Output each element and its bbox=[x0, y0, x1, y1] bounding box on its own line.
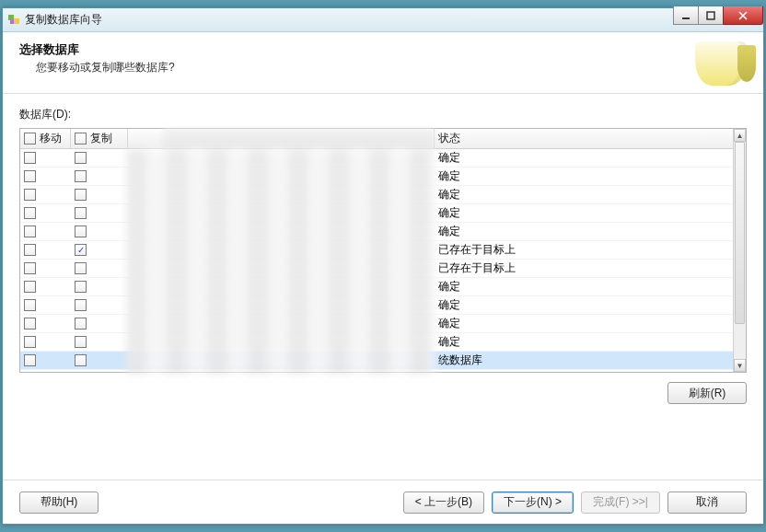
finish-button: 完成(F) >>| bbox=[581, 492, 660, 514]
move-checkbox[interactable] bbox=[24, 299, 36, 311]
svg-rect-1 bbox=[14, 18, 19, 24]
titlebar[interactable]: 复制数据库向导 bbox=[3, 8, 763, 32]
move-checkbox[interactable] bbox=[24, 189, 36, 201]
scroll-up-button[interactable]: ▲ bbox=[734, 129, 746, 142]
header-checkbox-copy[interactable] bbox=[75, 133, 87, 145]
copy-checkbox[interactable] bbox=[75, 226, 87, 237]
column-label: 移动 bbox=[40, 131, 62, 146]
wizard-banner-icon bbox=[695, 41, 747, 86]
content-area: 数据库(D): 移动 复制 状态 确定确定确定确定确定已存在于目标上已存在于目标… bbox=[3, 94, 763, 411]
copy-checkbox[interactable] bbox=[75, 281, 87, 293]
status-text: 确定 bbox=[438, 168, 460, 184]
column-header-copy[interactable]: 复制 bbox=[71, 129, 128, 148]
databases-label: 数据库(D): bbox=[19, 107, 747, 122]
move-checkbox[interactable] bbox=[24, 207, 36, 219]
scroll-down-button[interactable]: ▼ bbox=[734, 359, 746, 372]
copy-checkbox[interactable] bbox=[75, 336, 87, 348]
app-icon bbox=[6, 13, 21, 28]
wizard-footer: 帮助(H) < 上一步(B) 下一步(N) > 完成(F) >>| 取消 bbox=[3, 480, 763, 524]
redacted-header bbox=[163, 129, 435, 149]
move-checkbox[interactable] bbox=[24, 354, 36, 366]
minimize-button[interactable] bbox=[673, 6, 699, 25]
copy-checkbox[interactable] bbox=[75, 189, 87, 201]
copy-checkbox[interactable] bbox=[75, 318, 87, 330]
column-header-status[interactable]: 状态 bbox=[435, 129, 733, 148]
column-header-move[interactable]: 移动 bbox=[20, 129, 71, 148]
status-text: 确定 bbox=[438, 297, 460, 313]
copy-checkbox[interactable] bbox=[75, 299, 87, 311]
maximize-button[interactable] bbox=[698, 6, 724, 25]
move-checkbox[interactable] bbox=[24, 152, 36, 164]
move-checkbox[interactable] bbox=[24, 281, 36, 293]
copy-checkbox[interactable] bbox=[75, 152, 87, 164]
status-text: 确定 bbox=[438, 150, 460, 166]
redacted-region bbox=[126, 149, 435, 374]
cancel-button[interactable]: 取消 bbox=[667, 492, 747, 514]
status-text: 确定 bbox=[438, 334, 460, 350]
close-button[interactable] bbox=[723, 6, 763, 25]
copy-checkbox[interactable] bbox=[75, 244, 87, 256]
copy-checkbox[interactable] bbox=[75, 262, 87, 274]
move-checkbox[interactable] bbox=[24, 336, 36, 348]
status-text: 统数据库 bbox=[438, 353, 482, 368]
svg-rect-3 bbox=[682, 17, 690, 19]
back-button[interactable]: < 上一步(B) bbox=[403, 492, 484, 514]
move-checkbox[interactable] bbox=[24, 244, 36, 256]
column-label: 复制 bbox=[90, 131, 112, 146]
next-button[interactable]: 下一步(N) > bbox=[492, 492, 574, 514]
svg-rect-4 bbox=[707, 12, 714, 19]
status-text: 确定 bbox=[438, 224, 460, 239]
status-text: 已存在于目标上 bbox=[438, 260, 516, 276]
window-controls bbox=[674, 6, 763, 25]
move-checkbox[interactable] bbox=[24, 170, 36, 182]
wizard-header: 选择数据库 您要移动或复制哪些数据库? bbox=[3, 32, 763, 94]
copy-checkbox[interactable] bbox=[75, 170, 87, 182]
copy-checkbox[interactable] bbox=[75, 207, 87, 219]
status-text: 确定 bbox=[438, 316, 460, 331]
scroll-thumb[interactable] bbox=[735, 142, 745, 324]
databases-table[interactable]: 移动 复制 状态 确定确定确定确定确定已存在于目标上已存在于目标上确定确定确定确… bbox=[19, 128, 747, 373]
column-label: 状态 bbox=[438, 131, 460, 146]
refresh-button[interactable]: 刷新(R) bbox=[667, 382, 747, 404]
window-title: 复制数据库向导 bbox=[25, 12, 102, 28]
move-checkbox[interactable] bbox=[24, 226, 36, 237]
header-checkbox-move[interactable] bbox=[24, 133, 36, 145]
vertical-scrollbar[interactable]: ▲ ▼ bbox=[733, 129, 746, 372]
copy-checkbox[interactable] bbox=[75, 354, 87, 366]
status-text: 确定 bbox=[438, 205, 460, 221]
scroll-track[interactable] bbox=[734, 142, 746, 359]
page-subtitle: 您要移动或复制哪些数据库? bbox=[36, 60, 175, 75]
svg-rect-0 bbox=[8, 15, 14, 20]
move-checkbox[interactable] bbox=[24, 262, 36, 274]
status-text: 确定 bbox=[438, 187, 460, 202]
page-title: 选择数据库 bbox=[19, 41, 175, 58]
wizard-window: 复制数据库向导 选择数据库 您要移动或复制哪些数据库? 数据库(D): 移动 复… bbox=[2, 7, 764, 525]
status-text: 已存在于目标上 bbox=[438, 242, 516, 258]
move-checkbox[interactable] bbox=[24, 318, 36, 330]
help-button[interactable]: 帮助(H) bbox=[19, 492, 99, 514]
svg-rect-2 bbox=[10, 20, 14, 24]
status-text: 确定 bbox=[438, 279, 460, 295]
